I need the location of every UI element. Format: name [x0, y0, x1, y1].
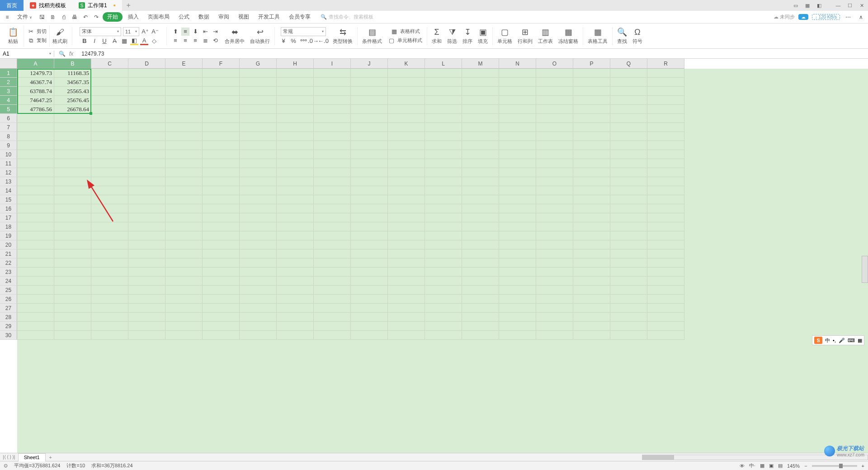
cell[interactable]	[54, 213, 91, 222]
cell[interactable]	[425, 114, 462, 123]
cell[interactable]	[388, 114, 425, 123]
cell[interactable]	[240, 159, 277, 168]
cell[interactable]	[536, 123, 573, 132]
align-middle-icon[interactable]: ≡	[181, 28, 189, 36]
cell[interactable]	[128, 195, 165, 204]
cell[interactable]	[499, 313, 536, 322]
cell[interactable]	[573, 322, 610, 331]
indent-inc-icon[interactable]: ⇥	[211, 28, 219, 36]
cell[interactable]	[277, 277, 314, 286]
cell[interactable]	[388, 159, 425, 168]
col-header-I[interactable]: I	[314, 59, 351, 69]
cell[interactable]	[165, 96, 203, 105]
cell[interactable]	[536, 105, 573, 114]
cell[interactable]	[91, 213, 128, 222]
cell[interactable]	[91, 313, 128, 322]
cell[interactable]	[54, 304, 91, 313]
cell[interactable]	[499, 159, 536, 168]
cell[interactable]	[388, 268, 425, 277]
maximize-button[interactable]: ☐	[845, 1, 854, 9]
row-header-2[interactable]: 2	[0, 78, 17, 87]
cell[interactable]	[425, 78, 462, 87]
cell[interactable]	[388, 168, 425, 177]
cell[interactable]	[425, 186, 462, 195]
cell[interactable]	[277, 204, 314, 213]
cell[interactable]	[573, 295, 610, 304]
cell[interactable]	[277, 96, 314, 105]
cell[interactable]	[462, 286, 499, 295]
cell[interactable]	[54, 268, 91, 277]
cell[interactable]	[425, 295, 462, 304]
cell[interactable]	[388, 277, 425, 286]
cell[interactable]	[462, 231, 499, 240]
cell[interactable]	[351, 213, 388, 222]
cell[interactable]	[536, 195, 573, 204]
cell[interactable]	[314, 286, 351, 295]
cell[interactable]	[203, 213, 240, 222]
cell[interactable]	[462, 204, 499, 213]
cell[interactable]	[91, 322, 128, 331]
cell[interactable]	[536, 295, 573, 304]
cell[interactable]	[536, 268, 573, 277]
col-header-D[interactable]: D	[128, 59, 165, 69]
cell[interactable]	[314, 268, 351, 277]
cell[interactable]	[91, 87, 128, 96]
cell[interactable]	[573, 177, 610, 186]
cell[interactable]	[388, 78, 425, 87]
cell[interactable]	[425, 249, 462, 258]
cell[interactable]	[277, 240, 314, 249]
cell[interactable]	[351, 204, 388, 213]
cell[interactable]	[610, 231, 647, 240]
cell[interactable]	[573, 150, 610, 159]
cell[interactable]	[165, 168, 203, 177]
border-icon[interactable]: ▦	[120, 37, 128, 45]
cell[interactable]	[54, 240, 91, 249]
cell-area[interactable]: 12479.7311168.3546367.7434567.3563788.74…	[17, 69, 868, 453]
cell[interactable]	[54, 186, 91, 195]
row-header-16[interactable]: 16	[0, 204, 17, 213]
eye-icon[interactable]: 👁	[740, 463, 745, 469]
cell[interactable]	[91, 69, 128, 78]
freeze-button[interactable]: ▦冻结窗格	[556, 27, 581, 45]
cell[interactable]: 25565.43	[54, 87, 91, 96]
row-header-23[interactable]: 23	[0, 268, 17, 277]
tab-home[interactable]: 首页	[0, 0, 24, 11]
cell[interactable]	[647, 249, 684, 258]
cell[interactable]	[610, 123, 647, 132]
cell[interactable]	[499, 123, 536, 132]
cell[interactable]	[54, 258, 91, 268]
cell[interactable]	[499, 322, 536, 331]
cell[interactable]	[203, 168, 240, 177]
cell[interactable]	[610, 78, 647, 87]
cell[interactable]: 26678.64	[54, 105, 91, 114]
cell[interactable]	[165, 87, 203, 96]
cell[interactable]	[165, 249, 203, 258]
cell[interactable]	[128, 331, 165, 340]
cell[interactable]	[610, 159, 647, 168]
cell[interactable]	[647, 87, 684, 96]
cell[interactable]	[610, 277, 647, 286]
cell[interactable]	[203, 159, 240, 168]
cell[interactable]	[462, 132, 499, 141]
cell[interactable]	[203, 186, 240, 195]
align-center-icon[interactable]: ≡	[181, 37, 189, 45]
minimize-button[interactable]: —	[834, 1, 843, 9]
cell[interactable]	[17, 258, 54, 268]
cell[interactable]	[536, 204, 573, 213]
tab-workbook[interactable]: S 工作簿1 •	[72, 0, 122, 11]
cell[interactable]	[573, 186, 610, 195]
cell[interactable]	[277, 286, 314, 295]
cell[interactable]	[462, 96, 499, 105]
zoom-slider[interactable]	[812, 465, 857, 467]
cell[interactable]	[165, 186, 203, 195]
cell[interactable]	[165, 105, 203, 114]
cell[interactable]	[314, 295, 351, 304]
cell[interactable]	[91, 249, 128, 258]
row-header-12[interactable]: 12	[0, 168, 17, 177]
cell[interactable]	[573, 277, 610, 286]
cell[interactable]	[203, 195, 240, 204]
cell[interactable]	[462, 268, 499, 277]
close-button[interactable]: ✕	[857, 1, 866, 9]
cell[interactable]	[240, 177, 277, 186]
cell[interactable]	[17, 304, 54, 313]
